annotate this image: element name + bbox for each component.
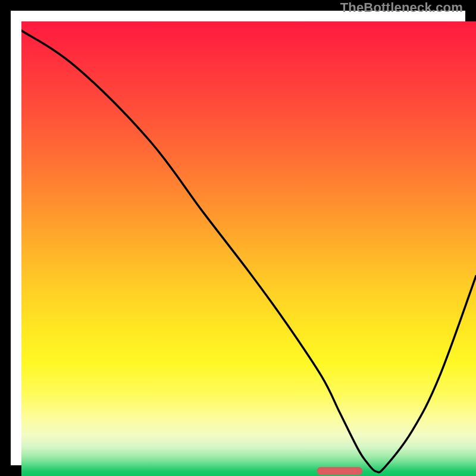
bottleneck-curve	[21, 30, 476, 472]
watermark-text: TheBottleneck.com	[340, 0, 463, 15]
chart-border	[0, 0, 476, 476]
optimal-marker	[317, 467, 362, 475]
chart-svg	[21, 21, 476, 476]
plot-area	[21, 21, 476, 476]
